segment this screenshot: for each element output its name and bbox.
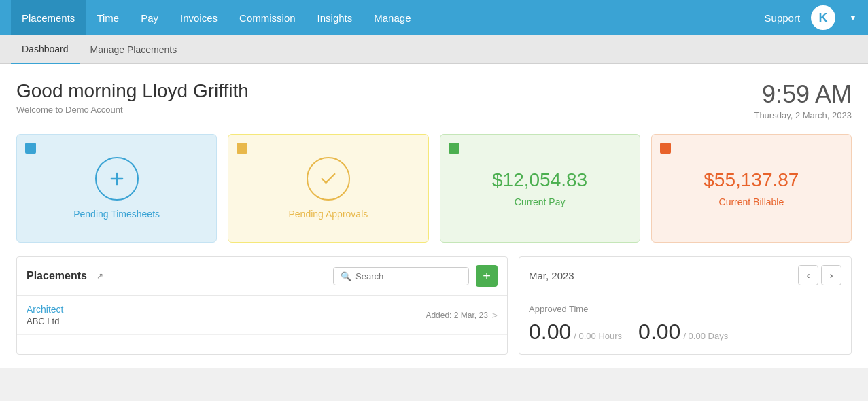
placements-title: Placements (27, 270, 87, 282)
placement-name[interactable]: Architect (27, 304, 63, 315)
bottom-section: Placements ↗ 🔍 + Architect ABC Ltd Added… (16, 256, 852, 368)
calendar-panel: Mar, 2023 ‹ › Approved Time 0.00 / 0.00 … (519, 256, 852, 355)
approved-time-values: 0.00 / 0.00 Hours 0.00 / 0.00 Days (529, 319, 841, 345)
nav-item-pay[interactable]: Pay (130, 0, 169, 35)
calendar-header: Mar, 2023 ‹ › (519, 257, 851, 294)
approved-time-label: Approved Time (529, 304, 841, 314)
current-billable-amount: $55,137.87 (704, 169, 799, 191)
nav-item-time[interactable]: Time (86, 0, 130, 35)
card-corner-yellow (237, 143, 247, 154)
nav-item-placements[interactable]: Placements (11, 0, 86, 35)
sub-nav: Dashboard Manage Placements (0, 35, 868, 64)
subnav-item-dashboard[interactable]: Dashboard (11, 35, 80, 64)
search-icon: 🔍 (341, 271, 351, 281)
support-link[interactable]: Support (765, 12, 801, 24)
card-corner-orange (660, 143, 671, 154)
approved-days-label: / 0.00 Days (683, 331, 728, 341)
main-nav: Placements Time Pay Invoices Commission … (0, 0, 868, 35)
current-time: 9:59 AM (754, 80, 852, 109)
card-current-billable[interactable]: $55,137.87 Current Billable (651, 134, 852, 243)
current-pay-amount: $12,054.83 (492, 169, 587, 191)
approved-hours-label: / 0.00 Hours (574, 331, 622, 341)
card-timesheets-label: Pending Timesheets (73, 209, 160, 220)
card-current-pay[interactable]: $12,054.83 Current Pay (440, 134, 640, 243)
calendar-title: Mar, 2023 (529, 270, 574, 281)
greeting-right: 9:59 AM Thursday, 2 March, 2023 (754, 80, 852, 120)
add-placement-button[interactable]: + (476, 265, 498, 287)
current-date: Thursday, 2 March, 2023 (754, 110, 852, 120)
avatar-letter: K (819, 11, 828, 25)
user-avatar[interactable]: K (811, 5, 835, 30)
placements-panel: Placements ↗ 🔍 + Architect ABC Ltd Added… (16, 256, 508, 355)
placement-added-date: Added: 2 Mar, 23 (426, 311, 487, 320)
check-icon-circle (307, 157, 350, 201)
subnav-item-manage-placements[interactable]: Manage Placements (80, 35, 188, 64)
greeting-section: Good morning Lloyd Griffith Welcome to D… (16, 80, 852, 120)
nav-item-invoices[interactable]: Invoices (169, 0, 228, 35)
placement-right: Added: 2 Mar, 23 > (426, 310, 498, 321)
greeting-left: Good morning Lloyd Griffith Welcome to D… (16, 80, 249, 115)
placement-list-item: Architect ABC Ltd Added: 2 Mar, 23 > (17, 296, 507, 335)
main-content: Good morning Lloyd Griffith Welcome to D… (0, 64, 868, 368)
nav-items: Placements Time Pay Invoices Commission … (11, 0, 765, 35)
approved-hours-value: 0.00 (529, 319, 571, 345)
card-corner-blue (25, 143, 36, 154)
calendar-prev-button[interactable]: ‹ (798, 265, 818, 285)
plus-icon-circle (95, 157, 139, 201)
calendar-next-button[interactable]: › (821, 265, 841, 285)
hours-group: 0.00 / 0.00 Hours (529, 319, 622, 345)
placement-left: Architect ABC Ltd (27, 304, 63, 326)
nav-item-insights[interactable]: Insights (307, 0, 364, 35)
dashboard-cards: Pending Timesheets Pending Approvals $12… (16, 134, 852, 243)
calendar-nav-buttons: ‹ › (798, 265, 841, 285)
search-input[interactable] (355, 271, 462, 281)
card-billable-label: Current Billable (719, 196, 784, 207)
nav-item-commission[interactable]: Commission (228, 0, 307, 35)
check-icon (319, 169, 338, 188)
nav-item-manage[interactable]: Manage (363, 0, 421, 35)
days-group: 0.00 / 0.00 Days (638, 319, 728, 345)
placement-company: ABC Ltd (27, 316, 63, 326)
placements-search-box: 🔍 (333, 267, 469, 285)
card-corner-green (449, 143, 459, 154)
placements-header: Placements ↗ 🔍 + (17, 257, 507, 296)
approved-days-value: 0.00 (638, 319, 680, 345)
card-pending-timesheets[interactable]: Pending Timesheets (16, 134, 217, 243)
plus-icon (107, 169, 126, 188)
card-approvals-label: Pending Approvals (288, 209, 368, 220)
greeting-heading: Good morning Lloyd Griffith (16, 80, 249, 102)
greeting-subtext: Welcome to Demo Account (16, 105, 249, 115)
avatar-chevron-icon[interactable]: ▼ (849, 13, 857, 22)
nav-right: Support K ▼ (765, 5, 857, 30)
external-link-icon[interactable]: ↗ (97, 271, 103, 281)
card-pay-label: Current Pay (515, 196, 566, 207)
card-pending-approvals[interactable]: Pending Approvals (228, 134, 428, 243)
approved-time-section: Approved Time 0.00 / 0.00 Hours 0.00 / 0… (519, 294, 851, 354)
placement-chevron-icon: > (492, 310, 498, 321)
